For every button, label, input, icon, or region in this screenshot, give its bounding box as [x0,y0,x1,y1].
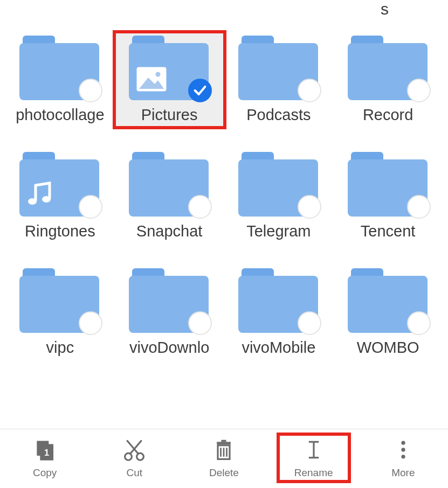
folder-label: vivoDownlo [129,338,209,357]
svg-rect-14 [217,442,231,444]
folder-icon [348,268,429,333]
folder-item[interactable]: Ringtones [5,149,115,243]
folder-icon [129,152,210,217]
toolbar-label: More [391,467,415,479]
picture-overlay-icon [136,67,167,92]
selection-indicator[interactable] [298,79,321,102]
selection-indicator[interactable] [188,195,212,219]
folder-label: Record [363,106,413,124]
svg-point-25 [401,455,405,458]
folder-item[interactable]: vivoMobile [224,265,334,360]
folder-grid: photocollage Pictures Podcasts Record [0,22,448,360]
folder-item[interactable]: photocollage [5,32,115,127]
folder-label: Telegram [246,222,311,240]
selection-indicator[interactable] [79,195,102,219]
folder-label: Ringtones [25,222,95,240]
folder-item[interactable]: Podcasts [224,32,334,127]
copy-button[interactable]: 1 Copy [10,435,80,481]
folder-icon [348,36,429,100]
folder-item[interactable]: Snapchat [115,149,224,243]
folder-icon [19,268,100,333]
folder-item[interactable]: Pictures [115,32,224,127]
svg-point-23 [401,441,405,444]
folder-item[interactable]: vivoDownlo [115,265,224,360]
folder-item[interactable]: vipc [5,265,115,360]
copy-icon: 1 [32,437,58,463]
delete-icon [211,437,237,463]
folder-label: vivoMobile [242,338,315,357]
folder-label: WOMBO [357,338,419,357]
svg-point-4 [28,198,37,205]
folder-icon [348,152,429,217]
header-fragment: s [381,0,389,18]
selection-indicator[interactable] [79,79,102,102]
selection-indicator[interactable] [407,311,431,335]
folder-label: Pictures [141,106,198,124]
folder-item[interactable]: Telegram [224,149,334,243]
more-button[interactable]: More [368,435,438,481]
folder-icon [129,36,210,100]
svg-point-3 [156,72,161,77]
cut-button[interactable]: Cut [99,435,169,481]
rename-button[interactable]: Rename [279,435,349,481]
folder-icon [19,152,100,217]
rename-icon [301,437,327,463]
selection-indicator[interactable] [298,311,321,335]
selection-indicator[interactable] [188,311,212,335]
folder-icon [238,268,319,333]
toolbar-label: Delete [209,467,239,479]
svg-point-5 [42,196,51,203]
folder-icon [19,36,100,100]
folder-item[interactable]: Tencent [333,149,443,243]
selection-indicator[interactable] [79,311,102,335]
toolbar-label: Rename [294,467,333,479]
svg-text:1: 1 [44,448,49,457]
folder-icon [238,152,319,217]
folder-icon [238,36,319,100]
folder-label: photocollage [16,106,104,124]
folder-label: Snapchat [136,222,203,240]
selection-indicator[interactable] [188,79,212,102]
svg-point-24 [401,448,405,451]
delete-button[interactable]: Delete [189,435,259,481]
selection-indicator[interactable] [298,195,321,219]
folder-item[interactable]: Record [333,32,443,127]
folder-label: Tencent [361,222,416,240]
bottom-toolbar: 1 Copy Cut Delete Rename More [0,429,448,488]
toolbar-label: Copy [33,467,57,479]
cut-icon [121,437,147,463]
folder-icon [129,268,210,333]
more-icon [390,437,416,463]
folder-label: vipc [46,338,74,357]
music-overlay-icon [27,180,55,208]
selection-indicator[interactable] [407,195,431,219]
svg-rect-15 [222,440,226,442]
toolbar-label: Cut [126,467,142,479]
selection-indicator[interactable] [407,79,431,102]
folder-label: Podcasts [246,106,311,124]
folder-item[interactable]: WOMBO [333,265,443,360]
